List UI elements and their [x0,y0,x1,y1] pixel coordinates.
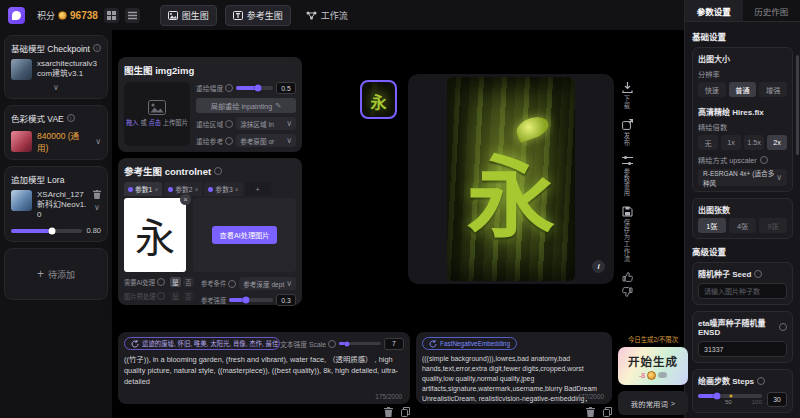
plus-icon: + [37,267,44,281]
denoise-value[interactable]: 0.5 [276,82,296,94]
yes-option[interactable]: 是 [170,277,181,287]
resolution-fast[interactable]: 快速 [698,82,726,97]
tab-workflow[interactable]: 工作流 [299,6,355,25]
scale-1x[interactable]: 1x [721,135,741,150]
copy-icon[interactable] [603,407,612,417]
batch-count-title: 出图张数 [698,204,787,215]
negative-embedding-chip[interactable]: FastNegativeEmbedding [422,337,517,350]
refresh-icon[interactable] [131,340,139,348]
controlnet-reference-image[interactable]: 永 × [124,198,186,272]
copy-icon[interactable] [401,407,410,417]
trash-icon[interactable] [586,407,595,417]
ensd-input[interactable] [698,341,787,357]
points-display[interactable]: 积分 96738 [37,9,98,22]
thumb-down-icon[interactable] [622,287,633,297]
inpainting-button[interactable]: 局部重绘 inpainting ✎ [196,98,296,113]
add-controlnet-tab-button[interactable]: + [245,182,271,196]
vae-card[interactable]: 色彩模式 VAE i 840000 (通用) ∨ [4,105,108,160]
refresh-icon[interactable] [429,340,437,348]
image-upload-dropzone[interactable]: 拖入 或 点击 上传图片 [124,82,190,146]
chevron-down-icon[interactable]: ∨ [11,83,101,92]
upload-click-label[interactable]: 点击 [148,119,161,126]
vae-row[interactable]: 840000 (通用) ∨ [11,129,101,153]
trash-icon[interactable] [384,407,393,417]
grid-view-button[interactable] [104,8,119,23]
menu-button[interactable] [125,8,140,23]
image-info-icon[interactable]: i [592,260,605,273]
upscaler-dropdown[interactable]: R-ESRGAN 4x+ (适合多种风 ∨ [698,169,787,186]
ai-process-toggle[interactable]: 是 否 [170,277,194,287]
prompt-suggestion-chip[interactable]: 遗迹的废墟, 怀旧, 唯美, 太阳光, 肖像, 杰作, 最佳质量 [124,337,280,350]
region-dropdown[interactable]: 涂抹区域 In ∨ [236,117,296,130]
cost-value: -8 [639,372,645,379]
seed-input[interactable] [698,283,787,299]
tab-params-settings[interactable]: 参数设置 [685,0,743,21]
info-icon [228,280,236,288]
positive-prompt-card: 遗迹的废墟, 怀旧, 唯美, 太阳光, 肖像, 杰作, 最佳质量 文本强度 Sc… [118,332,410,404]
upload-caption: 拖入 或 点击 上传图片 [124,119,190,127]
denoise-slider[interactable] [236,86,273,90]
lora-title-row: 追加模型 Lora [11,173,101,185]
info-icon [225,84,233,92]
tab-ref-label: 参考生图 [247,9,283,22]
scale-2x[interactable]: 2x [767,135,787,150]
negative-char-count: 477/2000 [577,393,604,400]
chevron-down-icon[interactable]: ∨ [94,203,100,212]
info-icon [225,120,233,128]
refmode-dropdown[interactable]: 参考原图 or ∨ [236,134,296,147]
scale-1-5x[interactable]: 1.5x [744,135,764,150]
vae-title: 色彩模式 VAE [11,112,64,124]
chevron-down-icon[interactable]: ∨ [95,137,101,146]
trash-icon[interactable] [93,190,101,199]
scale-none[interactable]: 无 [698,135,718,150]
save-workflow-button[interactable]: 保存为工作流 [622,206,633,263]
count-9[interactable]: 9张 [759,218,787,233]
text-scale-slider[interactable] [339,342,381,345]
app-screen: 积分 96738 图生图 参考生图 工作流 [0,0,800,418]
generate-cost: -8 [639,371,667,380]
lora-card[interactable]: 追加模型 Lora XSArchi_127新科幻Neov1.0 ∨ 0.80 [4,166,108,242]
resolution-normal[interactable]: 普通 [729,82,757,97]
seed-label: 随机种子 Seed [698,268,751,279]
steps-value[interactable]: 30 [767,392,787,407]
remove-image-button[interactable]: × [180,194,191,205]
positive-prompt-input[interactable]: ((竹子)), in a blooming garden, (fresh and… [124,354,404,387]
thumb-up-icon[interactable] [622,272,633,282]
ref-strength-slider[interactable] [229,298,273,302]
vae-title-row: 色彩模式 VAE i [11,112,101,124]
no-option[interactable]: 否 [183,277,194,287]
generated-image[interactable]: 永 [447,77,575,281]
controlnet-tab-3[interactable]: 参数3 × [204,182,242,196]
close-icon[interactable]: × [235,186,239,193]
reuse-params-button[interactable]: 参数重用 [622,155,633,197]
scrollbar[interactable] [796,55,799,155]
text-scale-value[interactable]: 7 [384,338,404,350]
ai-process-label: 需要AI处理 [124,278,155,287]
lora-weight-slider[interactable]: 0.80 [11,226,101,235]
tab-workflow-label: 工作流 [321,9,348,22]
app-logo[interactable] [8,7,25,24]
ref-strength-value[interactable]: 0.3 [276,294,296,306]
checkpoint-card[interactable]: 基础模型 Checkpoint i xsarchitecturalv3com建筑… [4,35,108,99]
my-common-words-button[interactable]: 我的常用词 > [618,391,688,415]
view-ai-processed-button[interactable]: 查看AI处理图片 [212,226,278,244]
chevron-down-icon: ∨ [286,279,292,288]
tab-history[interactable]: 历史作图 [743,0,800,21]
start-generate-button[interactable]: 开始生成 -8 [618,347,688,385]
tab-ref-generate[interactable]: 参考生图 [225,5,291,26]
close-icon[interactable]: × [154,186,158,193]
download-button[interactable]: 下载 [622,82,633,110]
denoise-label: 重绘幅度 [196,83,223,93]
count-4[interactable]: 4张 [729,218,757,233]
ref-condition-dropdown[interactable]: 参考深度 dept ∨ [239,277,296,290]
tab-img2img[interactable]: 图生图 [160,5,217,26]
resolution-enhanced[interactable]: 增强 [759,82,787,97]
publish-button[interactable]: 发布 [622,119,633,147]
close-icon[interactable]: × [195,186,199,193]
count-1[interactable]: 1张 [698,218,726,233]
add-model-button[interactable]: + 待添加 [4,248,108,300]
result-thumbnail-selected[interactable]: 永 [360,80,397,119]
controlnet-tab-1[interactable]: 参数1 × [124,182,162,196]
steps-slider[interactable]: 50 100 [698,394,762,406]
publish-icon [622,119,633,130]
